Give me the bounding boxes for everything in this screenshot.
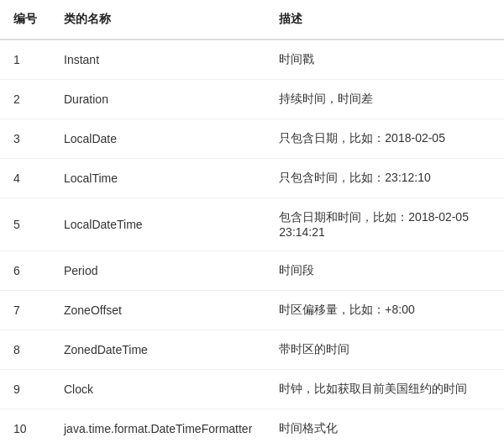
cell-class-name: LocalDate xyxy=(50,119,265,159)
cell-description: 时间格式化 xyxy=(265,409,504,444)
cell-id: 6 xyxy=(0,251,50,291)
cell-description: 只包含日期，比如：2018-02-05 xyxy=(265,119,504,159)
cell-description: 时间段 xyxy=(265,251,504,291)
cell-id: 10 xyxy=(0,409,50,444)
cell-class-name: ZoneOffset xyxy=(50,291,265,330)
cell-id: 4 xyxy=(0,159,50,198)
cell-class-name: ZonedDateTime xyxy=(50,330,265,370)
table-row: 7ZoneOffset时区偏移量，比如：+8:00 xyxy=(0,291,504,330)
table-row: 1Instant时间戳 xyxy=(0,40,504,80)
cell-class-name: LocalDateTime xyxy=(50,198,265,251)
cell-description: 带时区的时间 xyxy=(265,330,504,370)
cell-class-name: java.time.format.DateTimeFormatter xyxy=(50,409,265,444)
cell-description: 时钟，比如获取目前美国纽约的时间 xyxy=(265,370,504,409)
table-row: 9Clock时钟，比如获取目前美国纽约的时间 xyxy=(0,370,504,409)
cell-id: 2 xyxy=(0,80,50,119)
cell-id: 7 xyxy=(0,291,50,330)
table-row: 10java.time.format.DateTimeFormatter时间格式… xyxy=(0,409,504,444)
cell-description: 持续时间，时间差 xyxy=(265,80,504,119)
cell-id: 9 xyxy=(0,370,50,409)
table-row: 5LocalDateTime包含日期和时间，比如：2018-02-05 23:1… xyxy=(0,198,504,251)
cell-class-name: Instant xyxy=(50,40,265,80)
cell-description: 时区偏移量，比如：+8:00 xyxy=(265,291,504,330)
table-row: 6Period时间段 xyxy=(0,251,504,291)
cell-description: 包含日期和时间，比如：2018-02-05 23:14:21 xyxy=(265,198,504,251)
cell-id: 8 xyxy=(0,330,50,370)
cell-description: 只包含时间，比如：23:12:10 xyxy=(265,159,504,198)
header-name: 类的名称 xyxy=(50,0,265,40)
cell-class-name: Clock xyxy=(50,370,265,409)
table-row: 3LocalDate只包含日期，比如：2018-02-05 xyxy=(0,119,504,159)
cell-class-name: Duration xyxy=(50,80,265,119)
cell-id: 5 xyxy=(0,198,50,251)
cell-class-name: LocalTime xyxy=(50,159,265,198)
table-row: 8ZonedDateTime带时区的时间 xyxy=(0,330,504,370)
table-row: 2Duration持续时间，时间差 xyxy=(0,80,504,119)
main-table: 编号 类的名称 描述 1Instant时间戳2Duration持续时间，时间差3… xyxy=(0,0,504,443)
cell-id: 3 xyxy=(0,119,50,159)
cell-description: 时间戳 xyxy=(265,40,504,80)
table-header-row: 编号 类的名称 描述 xyxy=(0,0,504,40)
table-row: 4LocalTime只包含时间，比如：23:12:10 xyxy=(0,159,504,198)
header-desc: 描述 xyxy=(265,0,504,40)
header-id: 编号 xyxy=(0,0,50,40)
cell-id: 1 xyxy=(0,40,50,80)
cell-class-name: Period xyxy=(50,251,265,291)
